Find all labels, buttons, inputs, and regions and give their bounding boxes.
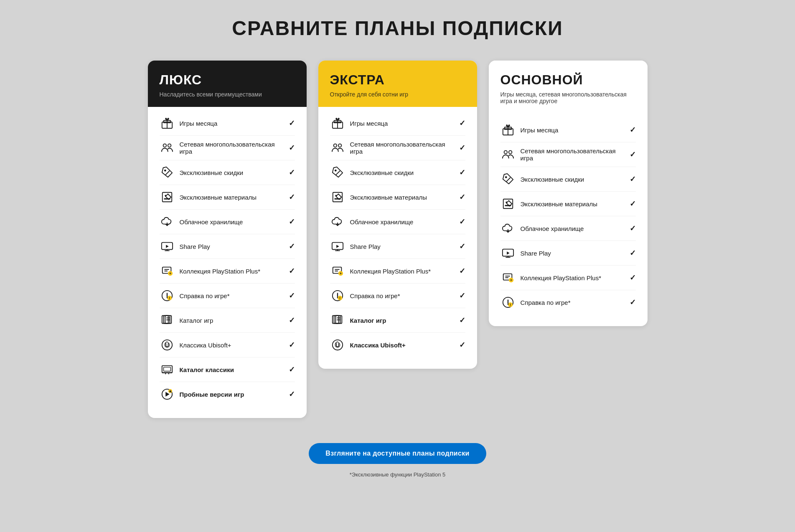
feature-row: Облачное хранилище✓ (500, 216, 636, 241)
cta-button[interactable]: Взгляните на доступные планы подписки (309, 443, 486, 464)
feature-check: ✓ (289, 390, 295, 399)
materials-icon (330, 190, 345, 205)
feature-row: Классика Ubisoft+✓ (330, 333, 465, 357)
feature-label: Игры месяца (350, 120, 456, 127)
feature-row: Сетевая многопользовательская игра✓ (330, 136, 465, 160)
feature-row: Эксклюзивные материалы✓ (160, 185, 295, 210)
feature-check: ✓ (289, 340, 295, 350)
feature-check: ✓ (289, 242, 295, 251)
feature-label: Облачное хранилище (350, 218, 456, 225)
footnote: *Эксклюзивные функции PlayStation 5 (350, 471, 446, 478)
feature-label: Эксклюзивные материалы (521, 200, 626, 208)
feature-row: Коллекция PlayStation Plus*✓ (500, 266, 636, 290)
feature-check: ✓ (630, 248, 636, 258)
feature-label: Облачное хранилище (521, 225, 626, 232)
feature-row: Эксклюзивные скидки✓ (330, 160, 465, 185)
feature-check: ✓ (630, 125, 636, 134)
discount-icon (330, 165, 345, 180)
plan-header-lux: ЛЮКСНасладитесь всеми преимуществами (148, 61, 307, 107)
feature-check: ✓ (630, 224, 636, 233)
shareplay-icon (500, 246, 516, 261)
feature-label: Share Play (521, 250, 626, 257)
plan-desc-basic: Игры месяца, сетевая многопользовательск… (500, 91, 636, 104)
multiplayer-icon (160, 140, 175, 155)
feature-row: Share Play✓ (160, 234, 295, 259)
feature-check: ✓ (459, 291, 465, 300)
feature-label: Классика Ubisoft+ (180, 342, 285, 349)
materials-icon (160, 190, 175, 205)
hint-icon (500, 295, 516, 310)
feature-check: ✓ (459, 340, 465, 350)
feature-label: Каталог игр (180, 317, 285, 324)
feature-check: ✓ (459, 193, 465, 202)
feature-row: Каталог игр✓ (160, 308, 295, 333)
feature-check: ✓ (459, 119, 465, 128)
cloud-icon (330, 214, 345, 229)
discount-icon (500, 172, 516, 187)
feature-label: Каталог игр (350, 317, 456, 324)
hint-icon (330, 288, 345, 303)
collection-icon (330, 263, 345, 279)
feature-label: Справка по игре* (521, 299, 626, 306)
feature-check: ✓ (459, 266, 465, 276)
feature-check: ✓ (459, 242, 465, 251)
feature-label: Коллекция PlayStation Plus* (521, 274, 626, 281)
feature-label: Справка по игре* (350, 292, 456, 299)
feature-label: Игры месяца (521, 127, 626, 134)
feature-check: ✓ (289, 143, 295, 152)
cloud-icon (160, 214, 175, 229)
feature-check: ✓ (459, 217, 465, 226)
feature-check: ✓ (289, 217, 295, 226)
feature-label: Классика Ubisoft+ (350, 342, 456, 349)
feature-row: Облачное хранилище✓ (160, 210, 295, 234)
plan-body-basic: Игры месяца✓Сетевая многопользовательска… (489, 114, 648, 326)
plan-body-extra: Игры месяца✓Сетевая многопользовательска… (318, 107, 477, 369)
cta-section: Взгляните на доступные планы подписки *Э… (309, 443, 486, 478)
feature-label: Сетевая многопользовательская игра (521, 147, 626, 162)
feature-row: Эксклюзивные материалы✓ (330, 185, 465, 210)
feature-check: ✓ (459, 143, 465, 152)
ubisoft-icon (330, 337, 345, 352)
discount-icon (160, 165, 175, 180)
plan-name-lux: ЛЮКС (160, 72, 295, 88)
plan-card-extra: ЭКСТРАОткройте для себя сотни игрИгры ме… (318, 61, 477, 369)
feature-label: Share Play (350, 243, 456, 250)
feature-check: ✓ (289, 266, 295, 276)
plan-desc-extra: Откройте для себя сотни игр (330, 91, 465, 98)
feature-label: Коллекция PlayStation Plus* (180, 268, 285, 275)
feature-row: Справка по игре*✓ (330, 284, 465, 308)
feature-row: Сетевая многопользовательская игра✓ (500, 142, 636, 167)
feature-label: Коллекция PlayStation Plus* (350, 268, 456, 275)
plan-header-basic: ОСНОВНОЙИгры месяца, сетевая многопользо… (489, 61, 648, 114)
ubisoft-icon (160, 337, 175, 352)
plans-container: ЛЮКСНасладитесь всеми преимуществамиИгры… (105, 61, 690, 418)
feature-check: ✓ (459, 316, 465, 325)
plan-body-lux: Игры месяца✓Сетевая многопользовательска… (148, 107, 307, 418)
feature-check: ✓ (630, 150, 636, 159)
feature-row: Share Play✓ (330, 234, 465, 259)
collection-icon (500, 270, 516, 285)
feature-check: ✓ (630, 199, 636, 208)
plan-card-lux: ЛЮКСНасладитесь всеми преимуществамиИгры… (148, 61, 307, 418)
feature-label: Каталог классики (180, 366, 285, 373)
feature-check: ✓ (289, 168, 295, 177)
feature-label: Сетевая многопользовательская игра (350, 141, 456, 155)
feature-label: Эксклюзивные скидки (180, 169, 285, 176)
cloud-icon (500, 221, 516, 236)
feature-row: Эксклюзивные скидки✓ (160, 160, 295, 185)
gift-icon (500, 122, 516, 137)
hint-icon (160, 288, 175, 303)
gift-icon (330, 116, 345, 131)
feature-label: Справка по игре* (180, 292, 285, 299)
page-title: СРАВНИТЕ ПЛАНЫ ПОДПИСКИ (232, 17, 563, 40)
feature-row: Эксклюзивные скидки✓ (500, 167, 636, 192)
plan-card-basic: ОСНОВНОЙИгры месяца, сетевая многопользо… (489, 61, 648, 326)
feature-row: Сетевая многопользовательская игра✓ (160, 136, 295, 160)
feature-row: Коллекция PlayStation Plus*✓ (160, 259, 295, 284)
feature-check: ✓ (289, 193, 295, 202)
feature-check: ✓ (289, 365, 295, 374)
feature-row: Каталог игр✓ (330, 308, 465, 333)
feature-label: Эксклюзивные материалы (180, 194, 285, 201)
feature-check: ✓ (289, 291, 295, 300)
feature-row: Эксклюзивные материалы✓ (500, 192, 636, 216)
